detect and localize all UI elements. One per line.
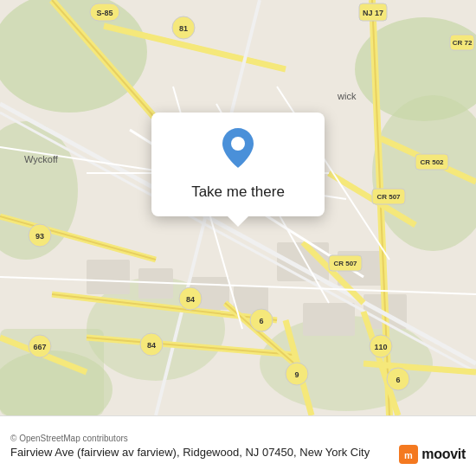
map-container[interactable]: S-85 81 NJ 17 CR 72 93 84 84 6 9 110 CR …	[0, 0, 476, 415]
svg-text:84: 84	[186, 295, 195, 304]
svg-text:m: m	[404, 450, 413, 460]
svg-rect-14	[303, 303, 355, 336]
svg-text:110: 110	[374, 343, 387, 351]
svg-text:NJ 17: NJ 17	[363, 9, 383, 17]
take-me-there-button[interactable]: Take me there	[191, 183, 285, 201]
svg-text:CR 72: CR 72	[453, 39, 473, 47]
svg-text:9: 9	[294, 370, 299, 379]
moovit-logo: m moovit	[399, 445, 466, 464]
svg-text:CR 507: CR 507	[333, 260, 357, 267]
svg-text:84: 84	[147, 341, 156, 350]
svg-text:6: 6	[396, 376, 400, 384]
svg-text:93: 93	[35, 232, 44, 241]
moovit-icon: m	[399, 445, 418, 464]
svg-rect-9	[87, 260, 130, 294]
popup-card: Take me there	[151, 113, 325, 216]
svg-text:81: 81	[179, 24, 188, 33]
address-line: Fairview Ave (fairview av farview), Ridg…	[10, 446, 466, 460]
address-text: Fairview Ave (fairview av farview), Ridg…	[10, 446, 370, 459]
bottom-bar: © OpenStreetMap contributors Fairview Av…	[0, 415, 476, 476]
svg-text:CR 502: CR 502	[420, 158, 444, 166]
svg-text:6: 6	[259, 317, 263, 325]
svg-text:wick: wick	[337, 91, 357, 101]
svg-text:CR 507: CR 507	[376, 193, 401, 201]
svg-text:Wyckoff: Wyckoff	[24, 154, 59, 164]
svg-text:667: 667	[33, 343, 46, 351]
attribution-text: © OpenStreetMap contributors	[10, 434, 128, 443]
svg-text:S-85: S-85	[96, 9, 113, 17]
attribution: © OpenStreetMap contributors	[10, 434, 466, 443]
location-pin-icon	[219, 128, 257, 175]
svg-point-79	[231, 137, 245, 151]
moovit-text: moovit	[421, 447, 466, 462]
